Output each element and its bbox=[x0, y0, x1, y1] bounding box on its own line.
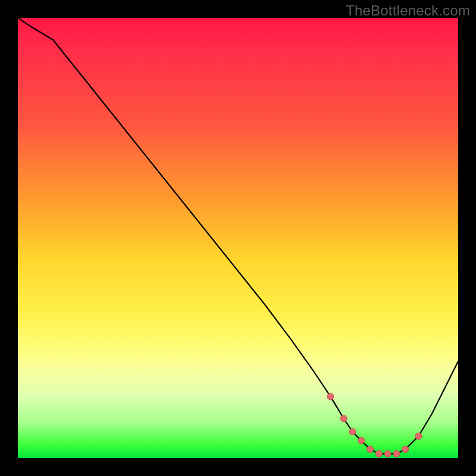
curve-marker bbox=[375, 450, 382, 457]
line-chart-svg bbox=[18, 18, 458, 458]
plot-area bbox=[18, 18, 458, 458]
curve-markers bbox=[327, 393, 422, 457]
curve-marker bbox=[384, 450, 391, 457]
curve-marker bbox=[402, 446, 409, 453]
curve-marker bbox=[340, 415, 347, 422]
curve-marker bbox=[367, 446, 374, 453]
bottleneck-curve bbox=[18, 18, 458, 454]
curve-marker bbox=[349, 428, 356, 435]
watermark-label: TheBottleneck.com bbox=[346, 2, 470, 19]
curve-marker bbox=[393, 450, 400, 457]
chart-frame: TheBottleneck.com bbox=[0, 0, 476, 476]
curve-marker bbox=[327, 393, 334, 400]
curve-marker bbox=[415, 433, 422, 440]
curve-marker bbox=[358, 437, 365, 444]
